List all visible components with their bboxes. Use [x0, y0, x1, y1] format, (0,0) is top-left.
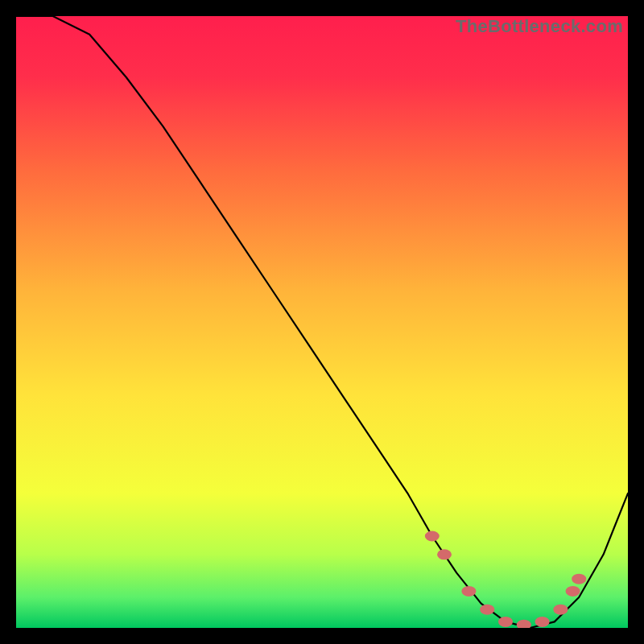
highlight-point [480, 605, 494, 615]
highlight-point [535, 617, 550, 627]
highlight-point [572, 574, 586, 584]
watermark-text: TheBottleneck.com [456, 16, 623, 37]
highlight-point [566, 586, 580, 597]
highlight-point [553, 605, 568, 615]
chart-svg [16, 16, 628, 628]
highlight-point [425, 531, 440, 542]
highlight-point [437, 549, 452, 559]
gradient-background [16, 16, 628, 628]
highlight-point [461, 586, 476, 597]
highlight-point [498, 617, 513, 627]
